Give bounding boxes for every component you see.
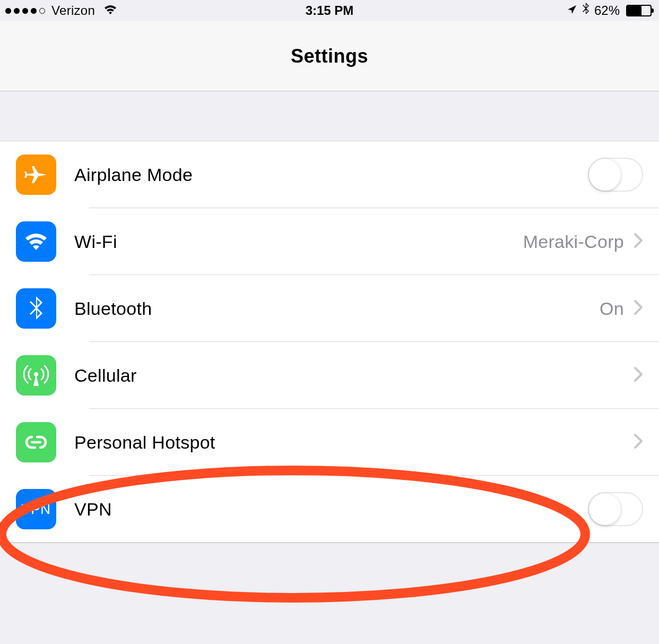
bluetooth-icon	[16, 288, 56, 329]
row-wifi[interactable]: Wi-Fi Meraki-Corp	[0, 208, 659, 275]
wifi-status-icon	[102, 3, 118, 18]
chevron-right-icon	[634, 233, 643, 251]
row-airplane-mode[interactable]: Airplane Mode	[0, 141, 659, 208]
page-title: Settings	[291, 45, 368, 67]
row-detail: On	[600, 298, 624, 319]
row-label: Airplane Mode	[74, 165, 588, 185]
cellular-icon	[16, 355, 56, 396]
bluetooth-status-icon	[582, 2, 590, 19]
hotspot-icon	[16, 422, 56, 462]
status-time: 3:15 PM	[306, 3, 354, 18]
row-label: Cellular	[74, 365, 634, 386]
vpn-icon-text: VPN	[22, 501, 51, 518]
row-bluetooth[interactable]: Bluetooth On	[0, 275, 659, 342]
chevron-right-icon	[634, 366, 643, 384]
location-icon	[567, 3, 577, 18]
vpn-toggle[interactable]	[588, 492, 643, 526]
signal-strength-icon	[5, 8, 45, 14]
row-cellular[interactable]: Cellular	[0, 342, 659, 409]
section-spacer	[0, 91, 659, 141]
status-right: 62%	[567, 2, 652, 19]
airplane-toggle[interactable]	[588, 158, 643, 192]
battery-percentage: 62%	[594, 3, 620, 18]
row-label: Wi-Fi	[74, 231, 523, 252]
airplane-icon	[16, 154, 56, 195]
row-label: VPN	[74, 499, 588, 520]
row-label: Personal Hotspot	[74, 432, 634, 453]
row-personal-hotspot[interactable]: Personal Hotspot	[0, 409, 659, 476]
row-label: Bluetooth	[74, 298, 600, 319]
chevron-right-icon	[634, 433, 643, 451]
section-spacer-bottom	[0, 543, 659, 596]
carrier-label: Verizon	[51, 3, 95, 18]
row-vpn[interactable]: VPN VPN	[0, 476, 659, 543]
row-detail: Meraki-Corp	[523, 231, 624, 252]
status-bar: Verizon 3:15 PM 62%	[0, 0, 659, 21]
settings-list: Airplane Mode Wi-Fi Meraki-Corp Bluetoot…	[0, 141, 659, 543]
battery-icon	[626, 5, 652, 16]
vpn-icon: VPN	[16, 489, 56, 529]
status-left: Verizon	[5, 3, 118, 18]
nav-header: Settings	[0, 21, 659, 91]
wifi-icon	[16, 221, 56, 262]
chevron-right-icon	[634, 299, 643, 317]
